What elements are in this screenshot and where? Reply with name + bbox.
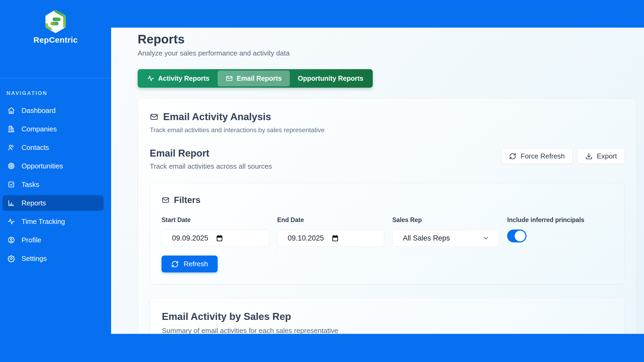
sidebar-item-label: Settings bbox=[21, 254, 47, 263]
nav-list: DashboardCompaniesContactsOpportunitiesT… bbox=[0, 103, 111, 266]
start-date-label: Start Date bbox=[162, 216, 269, 224]
export-button[interactable]: Export bbox=[577, 148, 625, 164]
page-title: Reports bbox=[138, 32, 637, 46]
filters-title: Filters bbox=[174, 195, 200, 205]
user-circle-icon bbox=[8, 236, 15, 244]
sidebar-item-settings[interactable]: Settings bbox=[2, 251, 104, 266]
sidebar-item-label: Companies bbox=[21, 125, 57, 133]
sidebar: RepCentric NAVIGATION DashboardCompanies… bbox=[0, 0, 111, 362]
logo-block: RepCentric bbox=[0, 0, 111, 78]
sidebar-item-label: Time Tracking bbox=[21, 217, 65, 226]
app-frame: RepCentric NAVIGATION DashboardCompanies… bbox=[0, 0, 644, 362]
nav-section-label: NAVIGATION bbox=[6, 90, 111, 96]
tab-label: Email Reports bbox=[237, 75, 282, 82]
report-heading-group: Email Report Track email activities acro… bbox=[150, 148, 272, 171]
download-icon bbox=[585, 153, 592, 160]
sidebar-item-companies[interactable]: Companies bbox=[2, 121, 104, 137]
email-analysis-panel: Email Activity Analysis Track email acti… bbox=[138, 98, 637, 334]
sales-rep-value: All Sales Reps bbox=[403, 234, 450, 242]
tab-label: Activity Reports bbox=[158, 75, 210, 82]
sidebar-item-label: Dashboard bbox=[21, 106, 56, 115]
building-icon bbox=[8, 125, 15, 133]
users-icon bbox=[8, 144, 15, 151]
sales-rep-select[interactable]: All Sales Reps bbox=[392, 230, 499, 247]
panel-header: Email Activity Analysis bbox=[150, 111, 625, 123]
report-subtitle: Track email activities across all source… bbox=[150, 162, 272, 171]
tab-activity-reports[interactable]: Activity Reports bbox=[139, 71, 218, 86]
refresh-icon bbox=[171, 260, 179, 268]
include-inferred-label: Include inferred principals bbox=[507, 216, 613, 224]
sidebar-item-label: Contacts bbox=[21, 143, 49, 152]
toggle-knob bbox=[515, 231, 525, 241]
filter-grid: Start Date 09.09.2025 End Date 09.10.202… bbox=[162, 216, 613, 247]
panel-subtitle: Track email activities and interactions … bbox=[150, 126, 625, 134]
activity-icon bbox=[147, 75, 154, 82]
sidebar-item-time-tracking[interactable]: Time Tracking bbox=[2, 214, 104, 229]
start-date-field: Start Date 09.09.2025 bbox=[162, 216, 269, 247]
sidebar-item-label: Opportunities bbox=[21, 162, 63, 170]
page-subtitle: Analyze your sales performance and activ… bbox=[138, 49, 637, 57]
repcentric-logo-icon bbox=[43, 9, 68, 34]
end-date-input[interactable]: 09.10.2025 bbox=[277, 230, 384, 247]
force-refresh-button[interactable]: Force Refresh bbox=[501, 148, 573, 164]
check-square-icon bbox=[8, 181, 15, 188]
gear-icon bbox=[8, 255, 15, 262]
calendar-icon[interactable] bbox=[331, 234, 339, 242]
include-inferred-toggle[interactable] bbox=[507, 230, 526, 242]
refresh-icon bbox=[509, 153, 516, 160]
sidebar-item-contacts[interactable]: Contacts bbox=[2, 140, 104, 155]
end-date-label: End Date bbox=[277, 216, 384, 224]
sales-rep-field: Sales Rep All Sales Reps bbox=[392, 216, 499, 247]
main-content: Reports Analyze your sales performance a… bbox=[111, 28, 644, 334]
refresh-button[interactable]: Refresh bbox=[162, 256, 218, 272]
tab-label: Opportunity Reports bbox=[298, 75, 363, 82]
end-date-field: End Date 09.10.2025 bbox=[277, 216, 384, 247]
home-icon bbox=[8, 107, 15, 114]
start-date-value: 09.09.2025 bbox=[172, 234, 208, 242]
bar-chart-icon bbox=[8, 199, 15, 207]
report-tabbar: Activity ReportsEmail ReportsOpportunity… bbox=[138, 69, 373, 88]
panel-title: Email Activity Analysis bbox=[163, 111, 271, 123]
sidebar-item-tasks[interactable]: Tasks bbox=[2, 177, 104, 192]
sidebar-item-profile[interactable]: Profile bbox=[2, 232, 104, 248]
mail-icon bbox=[150, 113, 158, 121]
mail-icon bbox=[162, 196, 170, 204]
filters-card: Filters Start Date 09.09.2025 End Date 0… bbox=[150, 183, 625, 285]
email-activity-section: Email Activity by Sales Rep Summary of e… bbox=[150, 298, 625, 334]
sales-rep-label: Sales Rep bbox=[392, 216, 499, 224]
section-subtitle: Summary of email activities for each sal… bbox=[162, 327, 613, 334]
tab-email-reports[interactable]: Email Reports bbox=[218, 71, 290, 86]
sidebar-item-reports[interactable]: Reports bbox=[2, 195, 104, 211]
sidebar-item-label: Profile bbox=[21, 236, 41, 244]
chevron-down-icon bbox=[482, 234, 490, 242]
refresh-label: Refresh bbox=[184, 260, 208, 268]
sidebar-item-label: Reports bbox=[21, 199, 46, 207]
export-label: Export bbox=[597, 152, 617, 160]
sidebar-item-label: Tasks bbox=[21, 180, 39, 189]
section-title: Email Activity by Sales Rep bbox=[162, 311, 613, 322]
report-actions: Force Refresh Export bbox=[501, 148, 625, 164]
activity-icon bbox=[8, 218, 15, 225]
mail-icon bbox=[226, 75, 233, 82]
report-header-row: Email Report Track email activities acro… bbox=[150, 148, 625, 171]
report-title: Email Report bbox=[150, 148, 272, 159]
calendar-icon[interactable] bbox=[216, 234, 223, 242]
end-date-value: 09.10.2025 bbox=[288, 234, 324, 242]
sidebar-item-opportunities[interactable]: Opportunities bbox=[2, 158, 104, 174]
target-icon bbox=[8, 162, 15, 170]
filters-header: Filters bbox=[162, 195, 613, 205]
start-date-input[interactable]: 09.09.2025 bbox=[162, 230, 269, 247]
brand-name: RepCentric bbox=[33, 35, 78, 45]
include-inferred-field: Include inferred principals bbox=[507, 216, 613, 247]
force-refresh-label: Force Refresh bbox=[521, 152, 565, 160]
sidebar-item-dashboard[interactable]: Dashboard bbox=[2, 103, 104, 118]
tab-opportunity-reports[interactable]: Opportunity Reports bbox=[290, 71, 371, 86]
